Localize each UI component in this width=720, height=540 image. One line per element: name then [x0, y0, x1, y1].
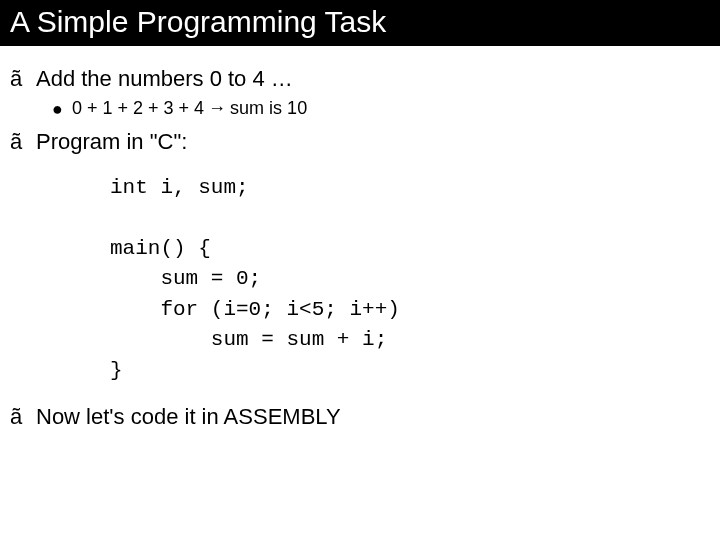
expression-text: 0 + 1 + 2 + 3 + 4	[72, 98, 204, 119]
result-text: sum is 10	[230, 98, 307, 119]
bullet-marker-icon: ã	[10, 404, 36, 430]
code-block-c: int i, sum; main() { sum = 0; for (i=0; …	[110, 173, 710, 386]
bullet-text: Add the numbers 0 to 4 …	[36, 66, 293, 92]
bullet-program-in-c: ã Program in "C":	[10, 129, 710, 155]
slide-title: A Simple Programming Task	[0, 0, 720, 46]
bullet-marker-icon: ã	[10, 129, 36, 155]
dot-icon: ●	[52, 100, 72, 118]
subbullet-sum-expression: ● 0 + 1 + 2 + 3 + 4 → sum is 10	[52, 98, 710, 119]
bullet-marker-icon: ã	[10, 66, 36, 92]
bullet-add-numbers: ã Add the numbers 0 to 4 …	[10, 66, 710, 92]
bullet-assembly: ã Now let's code it in ASSEMBLY	[10, 404, 710, 430]
bullet-text: Program in "C":	[36, 129, 187, 155]
bullet-text: Now let's code it in ASSEMBLY	[36, 404, 341, 430]
arrow-icon: →	[208, 98, 226, 119]
slide-body: ã Add the numbers 0 to 4 … ● 0 + 1 + 2 +…	[0, 46, 720, 430]
